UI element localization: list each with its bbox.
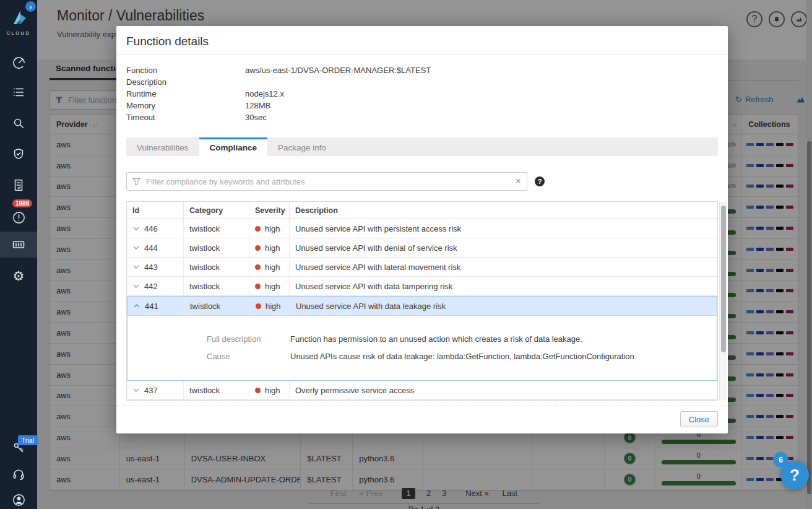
close-button[interactable]: Close <box>680 411 718 427</box>
container-icon <box>11 237 26 252</box>
compliance-table-body: 446twistlockhighUnused service API with … <box>127 219 717 400</box>
modal-header-divider <box>116 54 728 55</box>
tab-vulnerabilities[interactable]: Vulnerabilities <box>126 137 199 156</box>
compliance-category-cell: twistlock <box>184 381 249 399</box>
compliance-description-cell: Unused service API with data tampering r… <box>290 277 717 295</box>
compliance-filter[interactable]: × <box>126 172 527 191</box>
field-value: 30sec <box>245 113 267 122</box>
sidebar-item-support[interactable] <box>0 461 37 487</box>
document-check-icon <box>12 178 25 192</box>
function-info-field: Timeout30sec <box>126 111 431 123</box>
compliance-severity-cell: high <box>249 238 290 257</box>
severity-dot-icon <box>255 284 261 289</box>
compliance-severity-cell: high <box>250 297 290 315</box>
sidebar-item-dashboard[interactable] <box>0 50 37 76</box>
sidebar-item-defend[interactable] <box>0 141 37 167</box>
tab-package-info[interactable]: Package info <box>267 137 337 156</box>
modal-title: Function details <box>126 35 209 48</box>
cause-row: CauseUnused APIs cause risk of data leak… <box>207 352 634 361</box>
compliance-detail-panel: Full descriptionFunction has permission … <box>127 316 717 380</box>
compliance-description-cell: Unused service API with persistent acces… <box>290 219 717 238</box>
function-info-fields: Functionaws/us-east-1/DVSA-ORDER-MANAGER… <box>126 64 431 123</box>
field-value: aws/us-east-1/DVSA-ORDER-MANAGER:$LATEST <box>245 66 431 75</box>
column-header-severity[interactable]: Severity <box>249 202 290 219</box>
function-info-field: Memory128MB <box>126 100 431 111</box>
compliance-row[interactable]: 437twistlockhighOverly permissive servic… <box>127 381 717 400</box>
user-icon <box>12 493 26 507</box>
clear-filter-icon[interactable]: × <box>516 176 521 186</box>
column-header-category[interactable]: Category <box>184 202 249 219</box>
gear-icon: ⚙ <box>13 269 25 282</box>
full-description-value: Function has permission to an unused act… <box>290 334 582 344</box>
compliance-row[interactable]: 442twistlockhighUnused service API with … <box>127 277 717 296</box>
compliance-row[interactable]: 441twistlockhighUnused service API with … <box>127 297 717 316</box>
field-value: 128MB <box>245 101 270 110</box>
compliance-category-cell: twistlock <box>184 258 249 276</box>
compliance-id-cell: 444 <box>127 238 184 257</box>
tab-compliance[interactable]: Compliance <box>199 137 268 156</box>
compliance-scrollbar-thumb[interactable] <box>721 206 726 352</box>
sidebar-item-policies[interactable] <box>0 79 37 105</box>
compliance-row[interactable]: 443twistlockhighUnused service API with … <box>127 258 717 277</box>
shield-check-icon <box>12 147 25 161</box>
chevron-down-icon[interactable] <box>132 225 140 232</box>
live-help-button[interactable]: 6 ? <box>780 461 809 489</box>
selected-compliance-block: 441twistlockhighUnused service API with … <box>127 296 717 381</box>
compliance-category-cell: twistlock <box>184 297 250 315</box>
compliance-row[interactable]: 444twistlockhighUnused service API with … <box>127 238 717 258</box>
trial-badge: Trial <box>18 435 38 445</box>
alerts-count-badge: 1888 <box>12 199 32 207</box>
filter-funnel-icon <box>132 178 140 186</box>
filter-help-icon[interactable]: ? <box>535 176 545 186</box>
compliance-category-cell: twistlock <box>184 238 249 257</box>
modal-footer-divider <box>116 406 728 406</box>
app-logo[interactable]: CLOUD <box>0 9 37 36</box>
chevron-down-icon[interactable] <box>132 263 140 271</box>
column-header-description[interactable]: Description <box>290 202 717 219</box>
compliance-severity-cell: high <box>249 381 290 399</box>
compliance-table-header: IdCategorySeverityDescription <box>127 202 717 219</box>
severity-dot-icon <box>255 388 261 393</box>
compliance-id-cell: 437 <box>127 381 184 399</box>
column-header-id[interactable]: Id <box>127 202 184 219</box>
chevron-up-icon[interactable] <box>133 302 140 310</box>
field-value: nodejs12.x <box>245 89 284 98</box>
alert-circle-icon <box>12 211 26 225</box>
chevron-down-icon[interactable] <box>132 244 140 251</box>
compliance-category-cell: twistlock <box>184 277 249 295</box>
function-info-field: Description <box>126 76 431 88</box>
compliance-severity-cell: high <box>249 258 290 276</box>
sidebar-item-alerts[interactable] <box>0 204 37 230</box>
field-label: Function <box>126 66 245 75</box>
compliance-id-cell: 446 <box>127 219 184 238</box>
severity-dot-icon <box>255 226 261 232</box>
sidebar-item-settings[interactable]: ⚙ <box>0 263 37 289</box>
modal-tabbar: VulnerabilitiesCompliancePackage info <box>126 137 718 156</box>
field-label: Memory <box>126 101 245 110</box>
chevron-down-icon[interactable] <box>132 282 140 290</box>
sidebar-item-containers[interactable] <box>0 232 37 258</box>
help-unread-badge: 6 <box>773 452 788 468</box>
compliance-id-cell: 443 <box>127 258 184 276</box>
sidebar-item-search[interactable] <box>0 110 37 136</box>
app-window: Monitor / Vulnerabilities Vulnerability … <box>0 0 812 509</box>
compliance-table-scrollbar[interactable] <box>719 202 727 400</box>
compliance-severity-cell: high <box>249 219 290 238</box>
severity-dot-icon <box>255 245 261 251</box>
sidebar-item-compliance[interactable] <box>0 172 37 198</box>
list-icon <box>12 85 25 99</box>
function-info-field: Runtimenodejs12.x <box>126 88 431 100</box>
compliance-row[interactable]: 446twistlockhighUnused service API with … <box>127 219 717 238</box>
compliance-table: IdCategorySeverityDescription 446twistlo… <box>126 201 718 401</box>
field-label: Timeout <box>126 113 245 122</box>
cause-value: Unused APIs cause risk of data leakage: … <box>290 352 634 361</box>
compliance-description-cell: Unused service API with denial of servic… <box>290 238 717 257</box>
sidebar-item-profile[interactable] <box>0 487 37 509</box>
field-label: Description <box>126 77 245 87</box>
chevron-down-icon[interactable] <box>132 386 140 394</box>
compliance-filter-input[interactable] <box>145 176 516 187</box>
compliance-id-cell: 441 <box>127 297 184 315</box>
sidebar-collapse-icon[interactable]: › <box>25 1 36 12</box>
cause-label: Cause <box>207 352 290 361</box>
gauge-icon <box>12 56 26 70</box>
